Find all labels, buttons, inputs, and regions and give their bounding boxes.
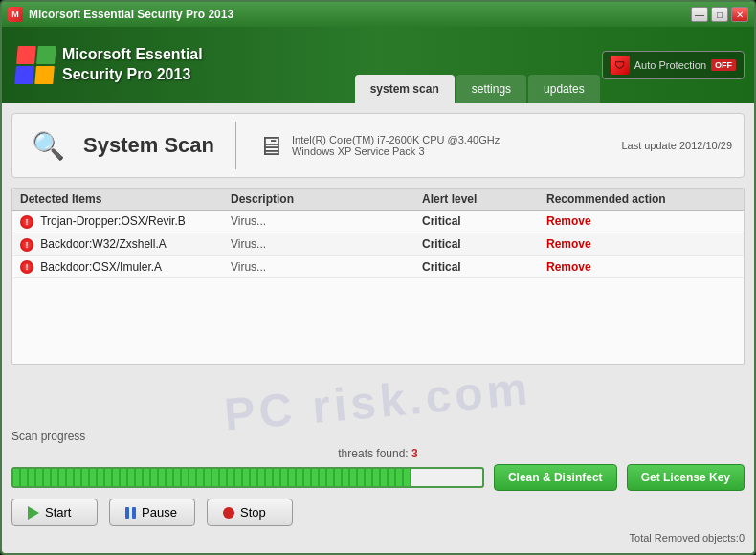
watermark-area: PC risk.com	[11, 372, 745, 430]
scan-controls: Start Pause Stop	[11, 499, 745, 526]
window-title: Micorsoft Essential Security Pro 2013	[29, 8, 233, 21]
threats-table: Detected Items Description Alert level R…	[11, 188, 745, 365]
app-title: Micorsoft EssentialSecurity Pro 2013	[62, 45, 203, 85]
pause-button[interactable]: Pause	[109, 499, 195, 526]
shield-icon: 🛡	[611, 56, 630, 75]
threats-label: threats found:	[338, 447, 408, 460]
cpu-info: Intel(R) Core(TM) i7-2600K CPU @3.40GHz	[292, 134, 500, 145]
start-label: Start	[45, 505, 71, 520]
app-icon: M	[8, 7, 23, 22]
threat-name-2: Backdoor:OSX/Imuler.A	[20, 260, 231, 275]
scan-header: 🔍 System Scan 🖥 Intel(R) Core(TM) i7-260…	[11, 113, 745, 178]
col-header-alert: Alert level	[422, 192, 546, 206]
alert-level-1: Critical	[422, 237, 546, 251]
auto-protection-widget: 🛡 Auto Protection OFF	[602, 51, 745, 79]
stop-button[interactable]: Stop	[207, 499, 293, 526]
title-bar: M Micorsoft Essential Security Pro 2013 …	[2, 2, 754, 27]
play-icon	[28, 506, 39, 520]
scan-separator	[235, 122, 236, 169]
table-row: Trojan-Dropper:OSX/Revir.B Virus... Crit…	[12, 211, 744, 233]
computer-icon: 🖥	[257, 130, 284, 162]
progress-label: Scan progress	[11, 430, 745, 443]
maximize-button[interactable]: □	[711, 7, 728, 22]
stop-label: Stop	[240, 505, 266, 520]
get-license-button[interactable]: Get License Key	[627, 464, 745, 491]
col-header-description: Description	[231, 192, 422, 206]
threat-name-1: Backdoor:W32/Zxshell.A	[20, 237, 231, 252]
watermark: PC risk.com	[222, 372, 533, 430]
windows-logo-icon	[14, 46, 56, 84]
scan-title: System Scan	[83, 133, 214, 158]
table-row: Backdoor:W32/Zxshell.A Virus... Critical…	[12, 233, 744, 256]
progress-bar-container: Clean & Disinfect Get License Key	[11, 464, 745, 491]
window-controls: — □ ✕	[691, 7, 748, 22]
stop-icon	[223, 507, 234, 519]
progress-bar-fill	[13, 469, 411, 486]
tab-system-scan[interactable]: system scan	[355, 75, 455, 103]
nav-tabs: system scan settings updates	[355, 27, 602, 103]
progress-section: Scan progress threats found: 3 Clean & D…	[11, 430, 745, 491]
os-info: Windows XP Service Pack 3	[292, 145, 500, 157]
table-header-row: Detected Items Description Alert level R…	[12, 189, 744, 211]
tab-updates[interactable]: updates	[528, 75, 600, 103]
threats-count: 3	[411, 447, 418, 460]
start-button[interactable]: Start	[11, 499, 98, 526]
last-update: Last update:2012/10/29	[621, 140, 732, 151]
system-info-text: Intel(R) Core(TM) i7-2600K CPU @3.40GHz …	[292, 134, 500, 157]
auto-protection-status: OFF	[711, 59, 736, 71]
threats-found: threats found: 3	[11, 447, 745, 460]
header-logo: Micorsoft EssentialSecurity Pro 2013	[2, 45, 355, 85]
threat-icon-2	[20, 260, 33, 274]
main-content: 🔍 System Scan 🖥 Intel(R) Core(TM) i7-260…	[2, 103, 754, 553]
alert-level-2: Critical	[422, 260, 546, 274]
minimize-button[interactable]: —	[691, 7, 708, 22]
alert-level-0: Critical	[422, 214, 546, 228]
description-1: Virus...	[231, 237, 422, 251]
progress-bar-wrapper	[11, 467, 484, 488]
footer-status: Total Removed objects:0	[11, 532, 745, 544]
action-remove-0: Remove	[546, 214, 736, 228]
pause-icon	[125, 507, 136, 519]
col-header-detected: Detected Items	[20, 192, 231, 206]
action-remove-1: Remove	[546, 237, 736, 251]
col-header-action: Recommended action	[546, 192, 736, 206]
app-header: Micorsoft EssentialSecurity Pro 2013 sys…	[2, 27, 754, 103]
auto-protection-label: Auto Protection	[634, 59, 706, 71]
clean-disinfect-button[interactable]: Clean & Disinfect	[494, 464, 617, 491]
scan-system-info: 🖥 Intel(R) Core(TM) i7-2600K CPU @3.40GH…	[257, 130, 500, 162]
pause-label: Pause	[142, 505, 177, 520]
main-window: M Micorsoft Essential Security Pro 2013 …	[0, 0, 756, 555]
description-2: Virus...	[231, 260, 422, 274]
table-row: Backdoor:OSX/Imuler.A Virus... Critical …	[12, 256, 744, 279]
threat-icon-0	[20, 215, 33, 229]
close-button[interactable]: ✕	[731, 7, 748, 22]
tab-settings[interactable]: settings	[456, 75, 526, 103]
description-0: Virus...	[231, 214, 422, 228]
action-remove-2: Remove	[546, 260, 736, 274]
scan-icon: 🔍	[24, 122, 72, 169]
threat-icon-1	[20, 238, 33, 252]
threat-name-0: Trojan-Dropper:OSX/Revir.B	[20, 214, 231, 229]
title-bar-left: M Micorsoft Essential Security Pro 2013	[8, 7, 233, 22]
